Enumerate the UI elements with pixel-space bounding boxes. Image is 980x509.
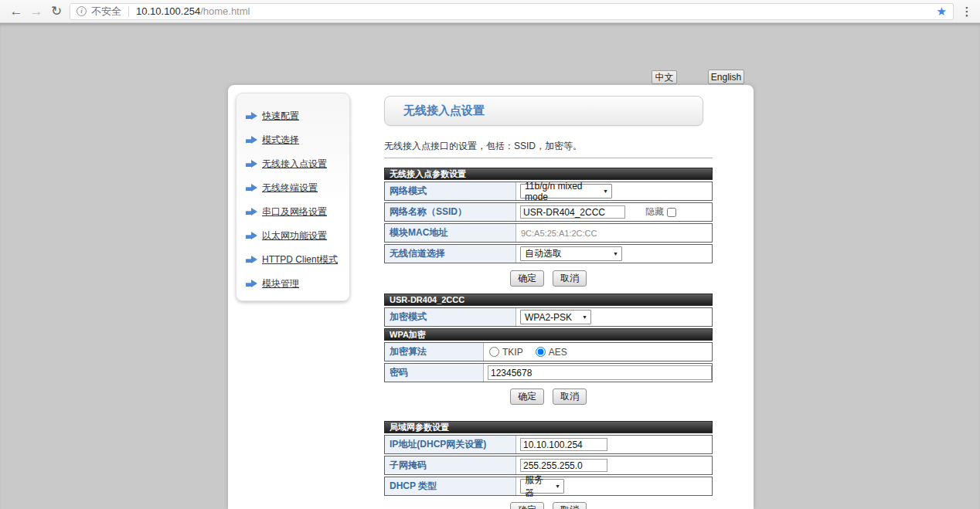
encryption-mode-label: 加密模式 xyxy=(385,308,516,326)
encryption-mode-select[interactable]: WPA2-PSK ▼ xyxy=(520,310,591,324)
dhcp-type-select[interactable]: 服务器 ▼ xyxy=(520,479,564,494)
lan-buttons-row: 确定 取消 xyxy=(384,502,713,509)
sidebar-item-label: 快速配置 xyxy=(262,110,299,123)
sidebar-item-ap-settings[interactable]: 无线接入点设置 xyxy=(246,152,349,176)
dropdown-arrow-icon: ▼ xyxy=(582,314,587,320)
password-label: 密码 xyxy=(385,364,484,382)
sidebar-item-label: 以太网功能设置 xyxy=(262,229,327,243)
mac-address-label: 模块MAC地址 xyxy=(385,224,516,242)
network-mode-label: 网络模式 xyxy=(385,182,516,200)
arrow-icon xyxy=(246,232,257,240)
address-bar[interactable]: i 不安全 10.10.100.254 /home.html ★ xyxy=(70,3,954,20)
sidebar-item-label: 模块管理 xyxy=(262,277,299,290)
hide-ssid-label: 隐藏 xyxy=(645,205,664,219)
sidebar-item-label: 无线接入点设置 xyxy=(262,158,327,171)
arrow-icon xyxy=(246,136,257,144)
tkip-label: TKIP xyxy=(502,347,523,358)
arrow-icon xyxy=(246,160,257,168)
arrow-icon xyxy=(246,280,257,288)
url-host: 10.10.100.254 xyxy=(136,5,200,17)
network-mode-row: 网络模式 11b/g/n mixed mode ▼ xyxy=(384,182,713,201)
ap-ok-button[interactable]: 确定 xyxy=(510,270,544,287)
channel-row: 无线信道选择 自动选取 ▼ xyxy=(384,244,713,263)
sidebar-item-label: 模式选择 xyxy=(262,134,299,147)
arrow-icon xyxy=(246,256,257,264)
divider xyxy=(384,158,713,158)
arrow-icon xyxy=(246,112,257,120)
arrow-icon xyxy=(246,184,257,192)
ap-settings-table: 无线接入点参数设置 网络模式 11b/g/n mixed mode ▼ 网络名称… xyxy=(384,168,713,263)
ap-cancel-button[interactable]: 取消 xyxy=(553,270,587,287)
dropdown-arrow-icon: ▼ xyxy=(555,484,560,489)
aes-label: AES xyxy=(549,347,567,358)
network-mode-select[interactable]: 11b/g/n mixed mode ▼ xyxy=(520,184,612,199)
security-table-header: USR-DR404_2CCC xyxy=(384,294,713,306)
dhcp-type-value: 服务器 xyxy=(525,473,550,500)
forward-icon[interactable]: → xyxy=(26,4,46,19)
network-mode-value: 11b/g/n mixed mode xyxy=(525,181,598,202)
info-icon[interactable]: i xyxy=(77,6,87,16)
ip-address-row: IP地址(DHCP网关设置) xyxy=(384,435,713,454)
netmask-row: 子网掩码 xyxy=(384,456,713,475)
bookmark-star-icon[interactable]: ★ xyxy=(937,5,947,19)
security-cancel-button[interactable]: 取消 xyxy=(553,389,587,405)
password-input[interactable] xyxy=(488,365,712,380)
ip-address-label: IP地址(DHCP网关设置) xyxy=(385,436,516,453)
dropdown-arrow-icon: ▼ xyxy=(603,188,608,194)
lan-table-header: 局域网参数设置 xyxy=(384,421,713,433)
sidebar-item-uart-network[interactable]: 串口及网络设置 xyxy=(246,200,349,224)
dhcp-type-row: DHCP 类型 服务器 ▼ xyxy=(384,477,713,496)
sidebar-menu: 快速配置 模式选择 无线接入点设置 无线终端设置 串口及网络设置 以太网功能设置 xyxy=(236,93,350,301)
english-language-button[interactable]: English xyxy=(708,70,744,84)
page-title: 无线接入点设置 xyxy=(403,103,485,118)
sidebar-item-mode-select[interactable]: 模式选择 xyxy=(246,128,349,152)
tkip-radio[interactable] xyxy=(489,347,499,357)
chinese-language-button[interactable]: 中文 xyxy=(652,70,677,84)
page-background: 中文 English 快速配置 模式选择 无线接入点设置 无线终端设置 xyxy=(0,23,980,509)
sidebar-item-module-manage[interactable]: 模块管理 xyxy=(246,272,349,296)
channel-select[interactable]: 自动选取 ▼ xyxy=(520,246,622,261)
security-ok-button[interactable]: 确定 xyxy=(510,389,544,405)
lan-table: 局域网参数设置 IP地址(DHCP网关设置) 子网掩码 DHCP 类型 xyxy=(384,421,713,496)
url-path: /home.html xyxy=(200,5,250,17)
lan-cancel-button[interactable]: 取消 xyxy=(553,502,587,509)
browser-menu-icon[interactable]: ⋮ xyxy=(960,5,974,19)
encryption-mode-value: WPA2-PSK xyxy=(525,312,572,323)
security-label: 不安全 xyxy=(91,5,121,19)
hide-ssid-checkbox[interactable] xyxy=(667,208,676,217)
ssid-row: 网络名称（SSID） 隐藏 xyxy=(384,202,713,222)
back-icon[interactable]: ← xyxy=(6,4,26,19)
netmask-input[interactable] xyxy=(520,459,607,472)
wpa-section-header: WPA加密 xyxy=(384,328,713,341)
page-title-bar: 无线接入点设置 xyxy=(384,96,703,126)
sidebar-item-label: 无线终端设置 xyxy=(262,182,318,195)
sidebar-item-httpd-client[interactable]: HTTPD Client模式 xyxy=(246,248,349,272)
netmask-label: 子网掩码 xyxy=(385,456,516,474)
sidebar-item-quick-config[interactable]: 快速配置 xyxy=(246,104,349,128)
ssid-input[interactable] xyxy=(520,205,625,219)
dhcp-type-label: DHCP 类型 xyxy=(385,477,516,495)
browser-toolbar: ← → ↻ i 不安全 10.10.100.254 /home.html ★ ⋮ xyxy=(0,0,980,23)
sidebar-item-ethernet[interactable]: 以太网功能设置 xyxy=(246,224,349,248)
password-row: 密码 xyxy=(384,363,713,382)
sidebar-item-label: HTTPD Client模式 xyxy=(262,253,338,266)
aes-radio[interactable] xyxy=(536,347,546,357)
ap-buttons-row: 确定 取消 xyxy=(384,270,713,287)
ap-table-header: 无线接入点参数设置 xyxy=(384,168,713,180)
ssid-label: 网络名称（SSID） xyxy=(385,203,516,221)
channel-value: 自动选取 xyxy=(525,247,562,260)
url-separator xyxy=(128,6,129,17)
channel-label: 无线信道选择 xyxy=(385,245,516,263)
page-description: 无线接入点接口的设置，包括：SSID，加密等。 xyxy=(384,140,713,153)
lan-ok-button[interactable]: 确定 xyxy=(510,502,544,509)
refresh-icon[interactable]: ↻ xyxy=(46,3,66,19)
mac-address-row: 模块MAC地址 9C:A5:25:A1:2C:CC xyxy=(384,223,713,243)
sidebar-item-sta-settings[interactable]: 无线终端设置 xyxy=(246,176,349,200)
sidebar-item-label: 串口及网络设置 xyxy=(262,205,327,219)
content-wrapper: 快速配置 模式选择 无线接入点设置 无线终端设置 串口及网络设置 以太网功能设置 xyxy=(228,85,754,509)
ip-address-input[interactable] xyxy=(520,438,607,451)
algorithm-row: 加密算法 TKIP AES xyxy=(384,342,713,361)
mac-address-value: 9C:A5:25:A1:2C:CC xyxy=(521,229,597,238)
dropdown-arrow-icon: ▼ xyxy=(613,251,618,256)
encryption-mode-row: 加密模式 WPA2-PSK ▼ xyxy=(384,307,713,327)
